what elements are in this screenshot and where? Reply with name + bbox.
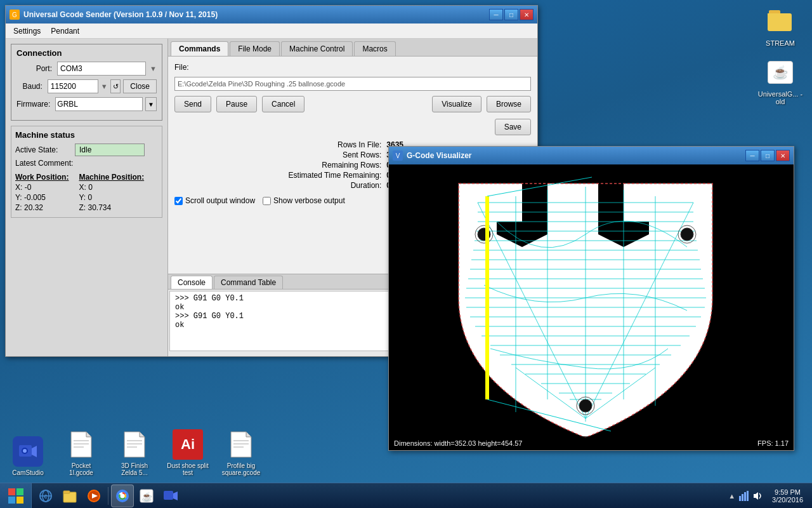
ugs-titlebar[interactable]: G Universal Gcode Sender (Version 1.0.9 … <box>6 6 537 23</box>
scroll-output-option[interactable]: Scroll output window <box>174 196 255 205</box>
work-x-row: X: -0 <box>15 183 69 192</box>
desktop-bottom-icons: CamStudio Pocket 1l.gcode <box>6 429 263 476</box>
taskbar-ie-icon[interactable]: e <box>34 485 57 507</box>
start-button[interactable] <box>0 483 32 509</box>
work-y-value: Y: -0.005 <box>15 193 46 202</box>
tab-file-mode[interactable]: File Mode <box>230 41 280 56</box>
visualizer-window-controls: ─ □ ✕ <box>745 150 790 161</box>
work-y-row: Y: -0.005 <box>15 193 69 202</box>
viz-fps: FPS: 1.17 <box>757 439 789 447</box>
visualize-button[interactable]: Visualize <box>432 96 481 112</box>
estimated-time-label: Estimated Time Remaining: <box>174 171 381 180</box>
save-button[interactable]: Save <box>495 119 531 135</box>
firmware-select[interactable] <box>55 97 143 111</box>
tab-macros[interactable]: Macros <box>354 41 395 56</box>
visualizer-close-button[interactable]: ✕ <box>776 150 790 161</box>
taskbar-filemanager-icon[interactable] <box>58 485 81 507</box>
desktop-icon-universalg[interactable]: ☕ UniversalG... - old <box>755 57 806 105</box>
machine-status-title: Machine status <box>15 130 158 140</box>
file-path-input[interactable] <box>174 77 531 91</box>
close-button[interactable]: ✕ <box>520 9 534 20</box>
desktop-icon-camstudio[interactable]: CamStudio <box>6 436 49 476</box>
duration-label: Duration: <box>174 181 381 190</box>
menu-settings[interactable]: Settings <box>8 25 46 37</box>
port-input[interactable] <box>57 62 146 76</box>
work-x-value: X: -0 <box>15 183 31 192</box>
menu-pendant[interactable]: Pendant <box>46 25 84 37</box>
svg-text:☕: ☕ <box>141 491 153 502</box>
active-state-value: Idle <box>75 144 145 156</box>
network-icon <box>739 491 749 501</box>
send-button[interactable]: Send <box>174 96 211 112</box>
taskbar: e <box>0 483 812 508</box>
java-icon: ☕ <box>768 61 793 84</box>
up-arrow[interactable]: ▲ <box>728 492 735 500</box>
gcode-file-icon <box>70 431 93 458</box>
desktop-icon-pocket1[interactable]: Pocket 1l.gcode <box>60 429 103 476</box>
machine-x-row: X: 0 <box>79 183 144 192</box>
svg-rect-69 <box>742 494 743 501</box>
taskbar-media-icon[interactable] <box>82 485 105 507</box>
machine-status-box: Machine status Active State: Idle Latest… <box>11 126 162 218</box>
visualizer-window: V G-Code Visualizer ─ □ ✕ <box>388 146 794 451</box>
windows-logo <box>8 488 23 504</box>
desktop-icon-3d-finish[interactable]: 3D Finish Zelda 5... <box>113 429 156 476</box>
work-position-col: Work Position: X: -0 Y: -0.005 Z: 20.32 <box>15 173 69 213</box>
pause-button[interactable]: Pause <box>216 96 257 112</box>
maximize-button[interactable]: □ <box>504 9 518 20</box>
tab-commands[interactable]: Commands <box>171 41 228 56</box>
cancel-button[interactable]: Cancel <box>262 96 304 112</box>
desktop-icon-stream[interactable]: STREAM <box>755 6 806 47</box>
svg-point-42 <box>23 449 27 453</box>
work-position-title: Work Position: <box>15 173 69 182</box>
port-label: Port: <box>16 64 55 73</box>
console-tab[interactable]: Console <box>171 276 213 289</box>
svg-rect-57 <box>63 491 70 493</box>
gcode-file-icon-3 <box>230 431 252 458</box>
visualizer-canvas: Dimensions: width=352.03 height=454.57 F… <box>389 164 794 450</box>
browse-button[interactable]: Browse <box>487 96 531 112</box>
show-verbose-checkbox[interactable] <box>263 197 271 205</box>
desktop-icon-dust-shoe[interactable]: Ai Dust shoe split test <box>166 429 209 476</box>
machine-y-row: Y: 0 <box>79 193 144 202</box>
firmware-label: Firmware: <box>16 100 50 109</box>
tab-machine-control[interactable]: Machine Control <box>281 41 353 56</box>
sent-rows-label: Sent Rows: <box>174 150 381 159</box>
action-buttons-row: Send Pause Cancel Visualize Browse <box>174 96 531 112</box>
minimize-button[interactable]: ─ <box>489 9 503 20</box>
show-verbose-option[interactable]: Show verbose output <box>263 196 345 205</box>
taskbar-camstudio-icon[interactable] <box>159 485 182 507</box>
port-row: Port: ▼ <box>16 62 157 76</box>
visualizer-titlebar[interactable]: V G-Code Visualizer ─ □ ✕ <box>389 147 794 164</box>
viz-dimensions: Dimensions: width=352.03 height=454.57 <box>394 439 522 447</box>
svg-rect-73 <box>754 494 756 498</box>
svg-marker-40 <box>32 446 37 457</box>
taskbar-java-icon[interactable]: ☕ <box>135 485 158 507</box>
firmware-dropdown-button[interactable]: ▼ <box>145 97 157 111</box>
baud-input[interactable] <box>48 79 98 93</box>
taskbar-items: e <box>32 485 724 507</box>
taskbar-chrome-icon[interactable] <box>111 485 134 507</box>
visualizer-minimize-button[interactable]: ─ <box>745 150 759 161</box>
remaining-rows-label: Remaining Rows: <box>174 161 381 170</box>
speaker-icon <box>753 491 763 501</box>
visualizer-status-bar: Dimensions: width=352.03 height=454.57 F… <box>389 436 794 450</box>
left-panel: Connection Port: ▼ Baud: ▼ ↺ Close <box>6 39 168 356</box>
save-row: Save <box>174 119 531 135</box>
window-controls: ─ □ ✕ <box>489 9 534 20</box>
position-section: Work Position: X: -0 Y: -0.005 Z: 20.32 <box>15 173 158 213</box>
svg-rect-70 <box>744 492 746 501</box>
ugs-title-text: Universal Gcode Sender (Version 1.0.9 / … <box>23 10 489 19</box>
svg-point-63 <box>121 493 125 498</box>
refresh-button[interactable]: ↺ <box>110 79 121 93</box>
system-clock[interactable]: 9:59 PM 3/20/2016 <box>767 488 808 504</box>
desktop-icons: STREAM ☕ UniversalG... - old <box>755 6 806 105</box>
tab-bar: Commands File Mode Machine Control Macro… <box>168 39 537 57</box>
work-z-row: Z: 20.32 <box>15 203 69 212</box>
command-table-tab[interactable]: Command Table <box>214 276 283 289</box>
machine-position-col: Machine Position: X: 0 Y: 0 Z: 30.734 <box>79 173 144 213</box>
desktop-icon-profile-big[interactable]: Profile big square.gcode <box>219 429 263 476</box>
visualizer-maximize-button[interactable]: □ <box>761 150 775 161</box>
scroll-output-checkbox[interactable] <box>174 197 183 205</box>
connection-close-button[interactable]: Close <box>123 79 157 93</box>
